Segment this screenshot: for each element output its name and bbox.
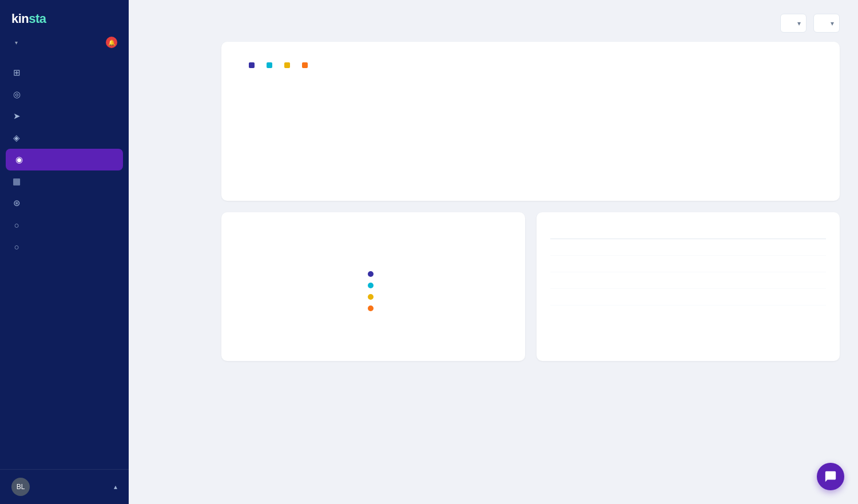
sites-icon: ◎ xyxy=(11,89,22,100)
header-filters xyxy=(773,14,840,33)
sub-nav-cache[interactable] xyxy=(147,92,210,101)
miss-dot xyxy=(368,294,374,300)
dashboard-icon: ⊞ xyxy=(11,68,22,78)
analytics-icon: ◉ xyxy=(14,154,24,165)
chat-button[interactable] xyxy=(817,463,844,490)
bypass-row-3 xyxy=(550,272,827,289)
company-name: ▾ xyxy=(11,39,18,46)
time-filter-select[interactable] xyxy=(813,14,840,33)
sidebar-item-analytics[interactable]: ◉ xyxy=(6,149,123,170)
expired-dot xyxy=(368,305,374,311)
cache-chart-card xyxy=(221,212,525,361)
site-filter-wrapper[interactable] xyxy=(780,14,807,33)
company-selector[interactable]: ▾ 🔔 xyxy=(0,32,129,57)
sub-nav-performance[interactable] xyxy=(147,74,210,83)
bar-chart xyxy=(235,73,826,178)
stat-miss xyxy=(368,294,380,300)
donut-area xyxy=(235,233,511,347)
users-icon: ⊛ xyxy=(11,198,22,208)
miss-stat-row xyxy=(368,294,380,300)
sidebar-item-dashboard[interactable]: ⊞ xyxy=(0,62,129,84)
sub-nav-response[interactable] xyxy=(147,83,210,92)
miss-color-dot xyxy=(284,62,290,68)
time-filter-wrapper[interactable] xyxy=(813,14,840,33)
donut-chart xyxy=(235,233,349,347)
expired-stat-row xyxy=(368,305,380,311)
legend-bypass xyxy=(267,62,275,68)
bottom-row xyxy=(221,212,840,361)
content-area xyxy=(129,42,858,504)
main-header xyxy=(129,0,858,42)
site-filter-select[interactable] xyxy=(780,14,807,33)
charts-area xyxy=(221,42,840,486)
stat-bypass xyxy=(368,283,380,288)
sidebar-item-activity-log[interactable]: ○ xyxy=(0,214,129,236)
sidebar-footer: BL ▴ xyxy=(0,469,129,504)
sidebar-nav: ⊞ ◎ ➤ ◈ ◉ ▦ ⊛ ○ xyxy=(0,57,129,469)
bypass-stat-row xyxy=(368,283,380,288)
hit-stat-row xyxy=(368,271,380,277)
sidebar-item-sites[interactable]: ◎ xyxy=(0,84,129,105)
sidebar-item-migrations[interactable]: ➤ xyxy=(0,105,129,127)
stack-header xyxy=(235,62,826,68)
sidebar: kinsta ▾ 🔔 ⊞ ◎ ➤ ◈ ◉ ▦ xyxy=(0,0,129,504)
chevron-up-icon: ▴ xyxy=(114,483,117,491)
notification-bell-icon[interactable]: 🔔 xyxy=(106,37,117,48)
hit-dot xyxy=(368,271,374,277)
cache-stack-card xyxy=(221,42,840,201)
legend-miss xyxy=(284,62,293,68)
sidebar-item-knowledge-base[interactable]: ○ xyxy=(0,236,129,257)
avatar: BL xyxy=(11,478,30,496)
sub-nav xyxy=(147,42,210,486)
bypass-card xyxy=(537,212,840,361)
activity-log-icon: ○ xyxy=(11,220,22,230)
sub-nav-geo-ip[interactable] xyxy=(147,101,210,110)
sidebar-item-users[interactable]: ⊛ xyxy=(0,192,129,214)
sub-nav-resources[interactable] xyxy=(147,46,210,55)
logo: kinsta xyxy=(11,11,46,26)
bypass-table xyxy=(550,233,827,305)
bypass-dot xyxy=(368,283,374,288)
sub-nav-cdn-usage[interactable] xyxy=(147,55,210,65)
legend-expired xyxy=(302,62,311,68)
user-info[interactable]: BL xyxy=(11,478,35,496)
bypass-color-dot xyxy=(267,62,272,68)
bypass-table-header xyxy=(550,233,827,239)
hit-color-dot xyxy=(249,62,255,68)
sidebar-item-kinsta-dns[interactable]: ◈ xyxy=(0,127,129,149)
donut-stats xyxy=(368,263,380,317)
chat-icon xyxy=(824,470,837,483)
bypass-row-4 xyxy=(550,289,827,305)
main-content xyxy=(129,0,858,504)
sub-nav-dispersion[interactable] xyxy=(147,65,210,74)
stat-hit xyxy=(368,271,380,277)
sidebar-logo-area: kinsta xyxy=(0,0,129,32)
dns-icon: ◈ xyxy=(11,133,22,143)
sidebar-item-company[interactable]: ▦ xyxy=(0,170,129,192)
knowledge-base-icon: ○ xyxy=(11,241,22,252)
bypass-row-2 xyxy=(550,256,827,272)
bar-chart-container xyxy=(235,73,826,187)
stat-expired xyxy=(368,305,380,311)
cache-legend xyxy=(249,62,311,68)
migrations-icon: ➤ xyxy=(11,111,22,121)
bypass-row-1 xyxy=(550,239,827,256)
chevron-down-icon: ▾ xyxy=(15,39,18,46)
expired-color-dot xyxy=(302,62,308,68)
company-icon: ▦ xyxy=(11,176,22,186)
legend-hit xyxy=(249,62,257,68)
